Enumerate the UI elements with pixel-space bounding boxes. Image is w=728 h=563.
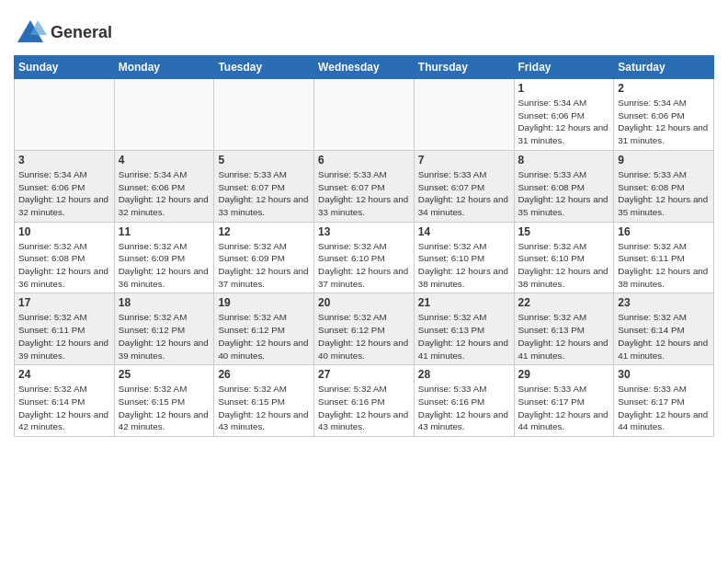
calendar-cell: 1Sunrise: 5:34 AMSunset: 6:06 PMDaylight… xyxy=(514,79,614,151)
calendar-cell: 15Sunrise: 5:32 AMSunset: 6:10 PMDayligh… xyxy=(514,222,614,293)
day-number: 13 xyxy=(318,225,410,238)
day-info: Sunrise: 5:32 AMSunset: 6:12 PMDaylight:… xyxy=(218,311,310,362)
weekday-header: Thursday xyxy=(414,56,514,79)
day-number: 17 xyxy=(18,296,110,309)
weekday-header: Wednesday xyxy=(314,56,415,79)
day-number: 7 xyxy=(418,154,510,167)
calendar-cell: 3Sunrise: 5:34 AMSunset: 6:06 PMDaylight… xyxy=(15,150,115,222)
day-info: Sunrise: 5:33 AMSunset: 6:07 PMDaylight:… xyxy=(418,168,510,219)
day-number: 5 xyxy=(218,154,310,167)
calendar-cell: 17Sunrise: 5:32 AMSunset: 6:11 PMDayligh… xyxy=(15,293,115,365)
logo-icon xyxy=(14,17,47,50)
day-info: Sunrise: 5:32 AMSunset: 6:11 PMDaylight:… xyxy=(18,311,110,362)
calendar-cell: 25Sunrise: 5:32 AMSunset: 6:15 PMDayligh… xyxy=(114,365,214,437)
calendar-cell: 23Sunrise: 5:32 AMSunset: 6:14 PMDayligh… xyxy=(614,293,714,365)
day-number: 10 xyxy=(18,225,110,238)
day-info: Sunrise: 5:33 AMSunset: 6:16 PMDaylight:… xyxy=(418,383,510,433)
day-number: 20 xyxy=(318,296,410,309)
day-number: 6 xyxy=(318,154,410,167)
day-info: Sunrise: 5:32 AMSunset: 6:14 PMDaylight:… xyxy=(18,383,110,433)
day-number: 22 xyxy=(518,296,610,309)
day-number: 1 xyxy=(518,82,610,95)
day-info: Sunrise: 5:32 AMSunset: 6:13 PMDaylight:… xyxy=(418,311,510,362)
day-info: Sunrise: 5:34 AMSunset: 6:06 PMDaylight:… xyxy=(18,168,110,219)
day-number: 26 xyxy=(218,368,310,381)
day-info: Sunrise: 5:32 AMSunset: 6:08 PMDaylight:… xyxy=(18,240,110,291)
day-number: 24 xyxy=(18,368,110,381)
calendar-week-row: 3Sunrise: 5:34 AMSunset: 6:06 PMDaylight… xyxy=(15,150,714,222)
day-number: 8 xyxy=(518,154,610,167)
calendar-cell: 2Sunrise: 5:34 AMSunset: 6:06 PMDaylight… xyxy=(614,79,714,151)
calendar-cell xyxy=(414,79,514,151)
day-info: Sunrise: 5:33 AMSunset: 6:17 PMDaylight:… xyxy=(518,383,610,433)
day-number: 29 xyxy=(518,368,610,381)
calendar-week-row: 24Sunrise: 5:32 AMSunset: 6:14 PMDayligh… xyxy=(15,365,714,437)
day-info: Sunrise: 5:32 AMSunset: 6:12 PMDaylight:… xyxy=(318,311,410,362)
day-info: Sunrise: 5:32 AMSunset: 6:13 PMDaylight:… xyxy=(518,311,610,362)
calendar-week-row: 1Sunrise: 5:34 AMSunset: 6:06 PMDaylight… xyxy=(15,79,714,151)
logo-text: General xyxy=(51,24,112,42)
day-number: 21 xyxy=(418,296,510,309)
day-number: 9 xyxy=(618,154,710,167)
calendar-cell: 19Sunrise: 5:32 AMSunset: 6:12 PMDayligh… xyxy=(214,293,314,365)
day-info: Sunrise: 5:32 AMSunset: 6:09 PMDaylight:… xyxy=(119,240,210,291)
calendar-header-row: SundayMondayTuesdayWednesdayThursdayFrid… xyxy=(15,56,714,79)
day-info: Sunrise: 5:33 AMSunset: 6:08 PMDaylight:… xyxy=(618,168,710,219)
weekday-header: Friday xyxy=(514,56,614,79)
logo: General xyxy=(14,17,112,50)
calendar-cell xyxy=(314,79,415,151)
day-number: 25 xyxy=(119,368,210,381)
calendar-cell: 5Sunrise: 5:33 AMSunset: 6:07 PMDaylight… xyxy=(214,150,314,222)
day-number: 3 xyxy=(18,154,110,167)
day-number: 4 xyxy=(119,154,210,167)
calendar-cell: 4Sunrise: 5:34 AMSunset: 6:06 PMDaylight… xyxy=(114,150,214,222)
calendar-cell: 29Sunrise: 5:33 AMSunset: 6:17 PMDayligh… xyxy=(514,365,614,437)
day-info: Sunrise: 5:33 AMSunset: 6:07 PMDaylight:… xyxy=(218,168,310,219)
calendar-cell: 20Sunrise: 5:32 AMSunset: 6:12 PMDayligh… xyxy=(314,293,415,365)
day-info: Sunrise: 5:33 AMSunset: 6:07 PMDaylight:… xyxy=(318,168,410,219)
calendar-cell: 9Sunrise: 5:33 AMSunset: 6:08 PMDaylight… xyxy=(614,150,714,222)
calendar-cell: 14Sunrise: 5:32 AMSunset: 6:10 PMDayligh… xyxy=(414,222,514,293)
day-info: Sunrise: 5:33 AMSunset: 6:17 PMDaylight:… xyxy=(618,383,710,433)
weekday-header: Saturday xyxy=(614,56,714,79)
calendar-cell: 6Sunrise: 5:33 AMSunset: 6:07 PMDaylight… xyxy=(314,150,415,222)
calendar-cell: 24Sunrise: 5:32 AMSunset: 6:14 PMDayligh… xyxy=(15,365,115,437)
day-info: Sunrise: 5:32 AMSunset: 6:11 PMDaylight:… xyxy=(618,240,710,291)
calendar: SundayMondayTuesdayWednesdayThursdayFrid… xyxy=(14,55,714,437)
weekday-header: Monday xyxy=(114,56,214,79)
day-info: Sunrise: 5:33 AMSunset: 6:08 PMDaylight:… xyxy=(518,168,610,219)
day-info: Sunrise: 5:32 AMSunset: 6:14 PMDaylight:… xyxy=(618,311,710,362)
calendar-cell: 10Sunrise: 5:32 AMSunset: 6:08 PMDayligh… xyxy=(15,222,115,293)
day-info: Sunrise: 5:32 AMSunset: 6:10 PMDaylight:… xyxy=(418,240,510,291)
weekday-header: Tuesday xyxy=(214,56,314,79)
day-number: 14 xyxy=(418,225,510,238)
calendar-cell: 26Sunrise: 5:32 AMSunset: 6:15 PMDayligh… xyxy=(214,365,314,437)
day-number: 2 xyxy=(618,82,710,95)
calendar-cell: 27Sunrise: 5:32 AMSunset: 6:16 PMDayligh… xyxy=(314,365,415,437)
calendar-week-row: 17Sunrise: 5:32 AMSunset: 6:11 PMDayligh… xyxy=(15,293,714,365)
calendar-cell: 11Sunrise: 5:32 AMSunset: 6:09 PMDayligh… xyxy=(114,222,214,293)
day-info: Sunrise: 5:32 AMSunset: 6:16 PMDaylight:… xyxy=(318,383,410,433)
calendar-cell: 13Sunrise: 5:32 AMSunset: 6:10 PMDayligh… xyxy=(314,222,415,293)
day-number: 15 xyxy=(518,225,610,238)
calendar-week-row: 10Sunrise: 5:32 AMSunset: 6:08 PMDayligh… xyxy=(15,222,714,293)
day-info: Sunrise: 5:32 AMSunset: 6:10 PMDaylight:… xyxy=(318,240,410,291)
day-number: 12 xyxy=(218,225,310,238)
calendar-cell: 12Sunrise: 5:32 AMSunset: 6:09 PMDayligh… xyxy=(214,222,314,293)
day-info: Sunrise: 5:32 AMSunset: 6:10 PMDaylight:… xyxy=(518,240,610,291)
day-info: Sunrise: 5:34 AMSunset: 6:06 PMDaylight:… xyxy=(618,97,710,147)
calendar-cell: 16Sunrise: 5:32 AMSunset: 6:11 PMDayligh… xyxy=(614,222,714,293)
day-info: Sunrise: 5:34 AMSunset: 6:06 PMDaylight:… xyxy=(119,168,210,219)
day-info: Sunrise: 5:32 AMSunset: 6:09 PMDaylight:… xyxy=(218,240,310,291)
calendar-cell: 28Sunrise: 5:33 AMSunset: 6:16 PMDayligh… xyxy=(414,365,514,437)
day-number: 23 xyxy=(618,296,710,309)
day-number: 28 xyxy=(418,368,510,381)
calendar-cell xyxy=(214,79,314,151)
logo-general: General xyxy=(51,24,112,42)
calendar-cell: 7Sunrise: 5:33 AMSunset: 6:07 PMDaylight… xyxy=(414,150,514,222)
day-number: 27 xyxy=(318,368,410,381)
day-number: 19 xyxy=(218,296,310,309)
calendar-cell: 21Sunrise: 5:32 AMSunset: 6:13 PMDayligh… xyxy=(414,293,514,365)
calendar-cell xyxy=(15,79,115,151)
calendar-cell xyxy=(114,79,214,151)
